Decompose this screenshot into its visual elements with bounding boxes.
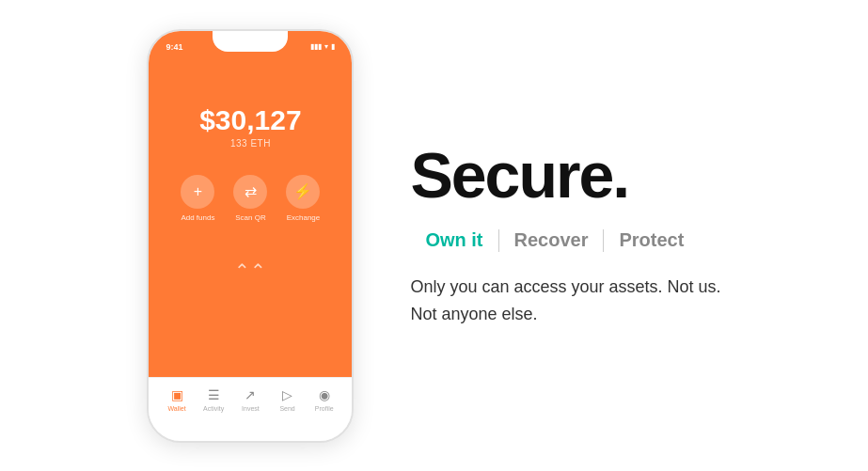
profile-label: Profile: [315, 405, 334, 412]
tab-protect[interactable]: Protect: [604, 226, 699, 255]
phone-notch: [213, 31, 288, 52]
add-funds-button[interactable]: + Add funds: [181, 175, 214, 222]
phone-content: $30,127 133 ETH + Add funds ⇄ Scan QR ⚡ …: [149, 57, 352, 377]
phone-mockup: 9:41 ▮▮▮ ▾ ▮ $30,127 133 ETH + Add funds: [147, 29, 354, 443]
send-label: Send: [279, 405, 294, 412]
scan-qr-button[interactable]: ⇄ Scan QR: [233, 175, 267, 222]
wifi-icon: ▾: [324, 42, 328, 51]
signal-icon: ▮▮▮: [310, 42, 322, 51]
add-funds-icon: +: [181, 175, 214, 209]
exchange-icon: ⚡: [286, 175, 320, 209]
invest-label: Invest: [242, 405, 260, 412]
tabs-container: Own it Recover Protect: [410, 226, 720, 255]
bottom-nav: ▣ Wallet ☰ Activity ↗ Invest ▷ Send ◉: [149, 377, 352, 443]
invest-icon: ↗: [245, 387, 256, 402]
tab-recover[interactable]: Recover: [499, 226, 604, 255]
nav-wallet[interactable]: ▣ Wallet: [160, 387, 194, 412]
nav-send[interactable]: ▷ Send: [271, 387, 305, 412]
main-container: 9:41 ▮▮▮ ▾ ▮ $30,127 133 ETH + Add funds: [90, 10, 777, 462]
nav-profile[interactable]: ◉ Profile: [308, 387, 341, 412]
activity-icon: ☰: [208, 387, 220, 402]
exchange-button[interactable]: ⚡ Exchange: [286, 175, 320, 222]
profile-icon: ◉: [319, 387, 330, 402]
description-line2: Not anyone else.: [410, 305, 537, 323]
wallet-label: Wallet: [167, 405, 185, 412]
description: Only you can access your assets. Not us.…: [410, 274, 720, 328]
action-buttons: + Add funds ⇄ Scan QR ⚡ Exchange: [181, 175, 320, 222]
phone-frame: 9:41 ▮▮▮ ▾ ▮ $30,127 133 ETH + Add funds: [147, 29, 354, 443]
right-content: Secure. Own it Recover Protect Only you …: [410, 143, 720, 328]
exchange-label: Exchange: [287, 213, 321, 222]
balance-subtitle: 133 ETH: [230, 138, 271, 149]
status-time: 9:41: [166, 42, 182, 52]
scan-qr-label: Scan QR: [235, 213, 265, 222]
nav-activity[interactable]: ☰ Activity: [197, 387, 230, 412]
scan-qr-icon: ⇄: [233, 175, 267, 209]
battery-icon: ▮: [331, 42, 335, 51]
status-icons: ▮▮▮ ▾ ▮: [310, 42, 335, 51]
chevron-up-icon: ⌃⌃: [234, 259, 266, 282]
tab-own-it[interactable]: Own it: [410, 226, 497, 255]
balance-amount: $30,127: [199, 104, 301, 136]
add-funds-label: Add funds: [181, 213, 214, 222]
description-line1: Only you can access your assets. Not us.: [410, 277, 720, 296]
wallet-icon: ▣: [171, 387, 183, 402]
nav-invest[interactable]: ↗ Invest: [233, 387, 267, 412]
send-icon: ▷: [282, 387, 292, 402]
activity-label: Activity: [203, 405, 224, 412]
headline: Secure.: [410, 143, 720, 207]
